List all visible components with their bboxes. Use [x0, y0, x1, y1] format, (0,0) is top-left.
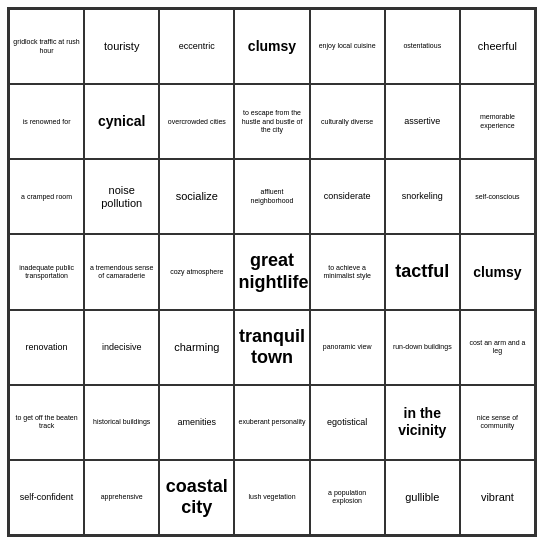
cell-0-4: enjoy local cuisine — [310, 9, 385, 84]
cell-3-4: to achieve a minimalist style — [310, 234, 385, 309]
cell-0-5: ostentatious — [385, 9, 460, 84]
cell-4-1: indecisive — [84, 310, 159, 385]
cell-4-4: panoramic view — [310, 310, 385, 385]
cell-6-1: apprehensive — [84, 460, 159, 535]
cell-3-0: inadequate public transportation — [9, 234, 84, 309]
cell-3-3: great nightlife — [234, 234, 309, 309]
cell-5-2: amenities — [159, 385, 234, 460]
cell-1-2: overcrowded cities — [159, 84, 234, 159]
cell-2-5: snorkeling — [385, 159, 460, 234]
cell-2-4: considerate — [310, 159, 385, 234]
cell-5-5: in the vicinity — [385, 385, 460, 460]
cell-6-5: gullible — [385, 460, 460, 535]
cell-2-6: self-conscious — [460, 159, 535, 234]
cell-0-6: cheerful — [460, 9, 535, 84]
cell-1-0: is renowned for — [9, 84, 84, 159]
cell-2-0: a cramped room — [9, 159, 84, 234]
cell-6-2: coastal city — [159, 460, 234, 535]
cell-5-1: historical buildings — [84, 385, 159, 460]
cell-5-0: to get off the beaten track — [9, 385, 84, 460]
cell-2-1: noise pollution — [84, 159, 159, 234]
bingo-board: gridlock traffic at rush hourtouristyecc… — [7, 7, 537, 537]
cell-1-1: cynical — [84, 84, 159, 159]
cell-0-0: gridlock traffic at rush hour — [9, 9, 84, 84]
cell-6-4: a population explosion — [310, 460, 385, 535]
cell-2-3: affluent neighborhood — [234, 159, 309, 234]
cell-3-2: cozy atmosphere — [159, 234, 234, 309]
cell-6-3: lush vegetation — [234, 460, 309, 535]
cell-1-3: to escape from the hustle and bustle of … — [234, 84, 309, 159]
cell-4-2: charming — [159, 310, 234, 385]
cell-4-6: cost an arm and a leg — [460, 310, 535, 385]
cell-3-6: clumsy — [460, 234, 535, 309]
cell-1-6: memorable experience — [460, 84, 535, 159]
cell-0-3: clumsy — [234, 9, 309, 84]
cell-3-5: tactful — [385, 234, 460, 309]
cell-6-6: vibrant — [460, 460, 535, 535]
cell-0-1: touristy — [84, 9, 159, 84]
cell-4-3: tranquil town — [234, 310, 309, 385]
cell-1-4: culturally diverse — [310, 84, 385, 159]
cell-2-2: socialize — [159, 159, 234, 234]
cell-5-3: exuberant personality — [234, 385, 309, 460]
cell-3-1: a tremendous sense of camaraderie — [84, 234, 159, 309]
cell-4-5: run-down buildings — [385, 310, 460, 385]
cell-6-0: self-confident — [9, 460, 84, 535]
cell-1-5: assertive — [385, 84, 460, 159]
cell-0-2: eccentric — [159, 9, 234, 84]
cell-4-0: renovation — [9, 310, 84, 385]
cell-5-6: nice sense of community — [460, 385, 535, 460]
cell-5-4: egotistical — [310, 385, 385, 460]
